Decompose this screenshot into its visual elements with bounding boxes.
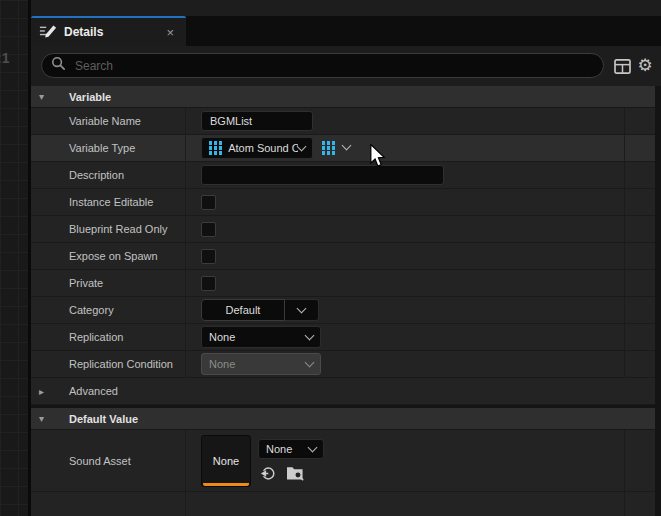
row-variable-name: Variable Name bbox=[31, 108, 661, 135]
expose-on-spawn-label: Expose on Spawn bbox=[31, 243, 185, 269]
replication-condition-value: None bbox=[209, 358, 306, 370]
replication-condition-label: Replication Condition bbox=[31, 351, 185, 377]
search-row: ⚙ bbox=[31, 46, 661, 86]
details-panel: Details × bbox=[31, 0, 661, 516]
tab-title: Details bbox=[64, 25, 166, 39]
mouse-cursor bbox=[369, 144, 386, 172]
blueprint-graph-gutter: :1 bbox=[0, 0, 30, 516]
section-header-variable[interactable]: ▾ Variable bbox=[31, 86, 661, 108]
instance-editable-label: Instance Editable bbox=[31, 189, 185, 215]
container-grid-icon bbox=[322, 141, 335, 154]
search-box[interactable] bbox=[41, 53, 604, 78]
section-header-default-value[interactable]: ▾ Default Value bbox=[31, 408, 661, 430]
replication-label: Replication bbox=[31, 324, 185, 350]
browse-to-asset-icon[interactable] bbox=[286, 464, 304, 482]
private-label: Private bbox=[31, 270, 185, 296]
expose-on-spawn-checkbox[interactable] bbox=[201, 249, 216, 264]
category-combo bbox=[201, 299, 319, 321]
instance-editable-checkbox[interactable] bbox=[201, 195, 216, 210]
chevron-down-icon bbox=[297, 303, 307, 313]
search-icon bbox=[51, 56, 66, 75]
expander-open-icon: ▾ bbox=[39, 91, 53, 102]
category-dropdown-button[interactable] bbox=[285, 299, 319, 321]
expander-open-icon: ▾ bbox=[39, 413, 53, 424]
unreal-details-panel-screen: :1 Details × bbox=[0, 0, 661, 516]
private-checkbox[interactable] bbox=[201, 276, 216, 291]
use-selected-asset-icon[interactable] bbox=[258, 464, 276, 482]
tab-details[interactable]: Details × bbox=[31, 16, 186, 46]
advanced-label: Advanced bbox=[69, 385, 118, 397]
sound-asset-dropdown[interactable]: None bbox=[258, 439, 324, 459]
replication-dropdown[interactable]: None bbox=[201, 326, 321, 348]
row-replication-condition: Replication Condition None bbox=[31, 351, 661, 378]
description-input[interactable] bbox=[201, 165, 444, 185]
blueprint-read-only-label: Blueprint Read Only bbox=[31, 216, 185, 242]
chevron-down-icon bbox=[308, 442, 318, 452]
row-replication: Replication None bbox=[31, 324, 661, 351]
details-body: ▾ Variable Variable Name Variable Type A… bbox=[31, 86, 661, 516]
sound-asset-value: None bbox=[266, 443, 309, 455]
row-description: Description bbox=[31, 162, 661, 189]
tab-strip: Details × bbox=[31, 0, 661, 46]
variable-name-input[interactable] bbox=[201, 111, 313, 131]
section-header-advanced[interactable]: ▸ Advanced bbox=[31, 378, 661, 405]
chevron-down-icon bbox=[305, 330, 315, 340]
container-type-selector[interactable] bbox=[322, 141, 350, 154]
section-title: Default Value bbox=[69, 413, 138, 425]
details-pencil-icon bbox=[39, 23, 57, 42]
thumbnail-none-text: None bbox=[213, 455, 239, 467]
category-input[interactable] bbox=[201, 299, 285, 321]
row-expose-on-spawn: Expose on Spawn bbox=[31, 243, 661, 270]
chevron-down-icon bbox=[297, 141, 307, 151]
type-grid-icon bbox=[209, 141, 222, 154]
display-filter-table-icon[interactable] bbox=[613, 57, 631, 75]
search-input[interactable] bbox=[73, 58, 594, 74]
variable-type-label: Variable Type bbox=[31, 135, 185, 161]
description-label: Description bbox=[31, 162, 185, 188]
blueprint-read-only-checkbox[interactable] bbox=[201, 222, 216, 237]
variable-name-label: Variable Name bbox=[31, 108, 185, 134]
row-category: Category bbox=[31, 297, 661, 324]
row-variable-type: Variable Type Atom Sound C bbox=[31, 135, 661, 162]
replication-value: None bbox=[209, 331, 306, 343]
replication-condition-dropdown: None bbox=[201, 353, 321, 375]
settings-gear-icon[interactable]: ⚙ bbox=[636, 57, 654, 75]
close-icon[interactable]: × bbox=[166, 25, 174, 40]
row-sound-asset: Sound Asset None None bbox=[31, 430, 661, 492]
variable-type-dropdown[interactable]: Atom Sound C bbox=[201, 137, 313, 159]
section-title: Variable bbox=[69, 91, 111, 103]
row-instance-editable: Instance Editable bbox=[31, 189, 661, 216]
row-blueprint-read-only: Blueprint Read Only bbox=[31, 216, 661, 243]
sound-asset-controls: None bbox=[258, 439, 324, 482]
category-label: Category bbox=[31, 297, 185, 323]
chevron-down-icon bbox=[342, 141, 352, 151]
sound-asset-label: Sound Asset bbox=[31, 430, 185, 491]
variable-type-value: Atom Sound C bbox=[228, 142, 298, 154]
scrollbar-gutter[interactable] bbox=[655, 86, 661, 516]
zoom-level-partial-text: :1 bbox=[0, 50, 9, 66]
expander-closed-icon: ▸ bbox=[39, 386, 53, 397]
empty-filler-row bbox=[31, 492, 661, 516]
chevron-down-icon bbox=[305, 357, 315, 367]
row-private: Private bbox=[31, 270, 661, 297]
sound-asset-thumbnail[interactable]: None bbox=[201, 435, 251, 487]
